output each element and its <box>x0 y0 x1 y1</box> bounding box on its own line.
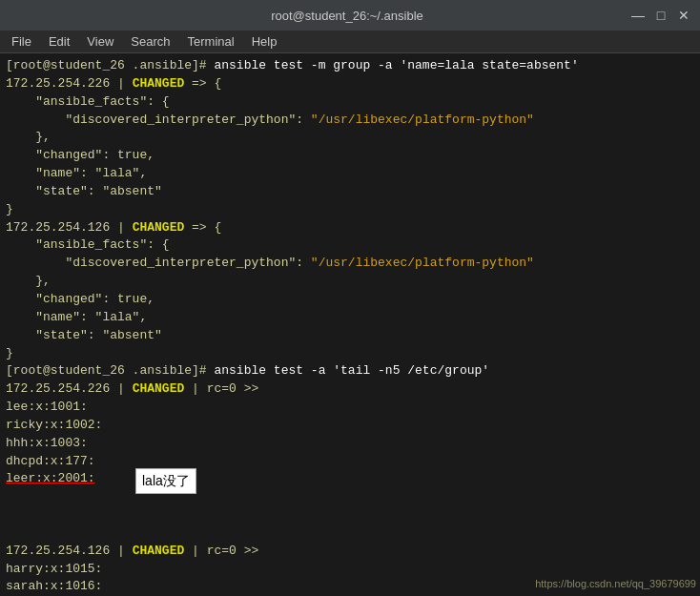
menu-bar: File Edit View Search Terminal Help <box>0 31 700 53</box>
terminal-line: "state": "absent" <box>6 327 694 345</box>
terminal-line: "discovered_interpreter_python": "/usr/l… <box>6 255 694 273</box>
terminal-line: lee:x:1001: <box>6 399 694 417</box>
terminal-line: 172.25.254.126 | CHANGED | rc=0 >> <box>6 543 694 561</box>
terminal-line: }, <box>6 273 694 291</box>
terminal-line: [root@student_26 .ansible]# ansible test… <box>6 57 694 75</box>
window-controls: — □ ✕ <box>629 7 692 24</box>
watermark: https://blog.csdn.net/qq_39679699 <box>535 577 696 592</box>
close-button[interactable]: ✕ <box>675 7 692 24</box>
terminal-line: "state": "absent" <box>6 183 694 201</box>
terminal-line: }, <box>6 129 694 147</box>
menu-file[interactable]: File <box>4 32 39 51</box>
menu-search[interactable]: Search <box>123 32 177 51</box>
terminal-line-underline: leer:x:2001: lala没了 <box>6 470 694 542</box>
terminal-line: dhcpd:x:177: <box>6 453 694 471</box>
terminal-line: [root@student_26 .ansible]# ansible test… <box>6 362 694 380</box>
annotation-lala: lala没了 <box>135 468 196 493</box>
terminal-line: "ansible_facts": { <box>6 236 694 255</box>
terminal-line: } <box>6 345 694 363</box>
minimize-button[interactable]: — <box>629 7 647 24</box>
terminal-body[interactable]: [root@student_26 .ansible]# ansible test… <box>0 53 700 596</box>
terminal-line: hhh:x:1003: <box>6 435 694 453</box>
terminal-line: 172.25.254.226 | CHANGED => { <box>6 75 694 93</box>
terminal-line: } <box>6 201 694 219</box>
terminal-line: "name": "lala", <box>6 309 694 327</box>
terminal-line: "changed": true, <box>6 147 694 165</box>
terminal-line: "ansible_facts": { <box>6 93 694 112</box>
terminal-line: 172.25.254.226 | CHANGED | rc=0 >> <box>6 380 694 399</box>
window-title: root@student_26:~/.ansible <box>65 9 629 23</box>
terminal-line: "changed": true, <box>6 291 694 309</box>
menu-help[interactable]: Help <box>244 32 285 51</box>
menu-terminal[interactable]: Terminal <box>180 32 242 51</box>
maximize-button[interactable]: □ <box>652 7 669 24</box>
terminal-line: ricky:x:1002: <box>6 417 694 435</box>
terminal-line: harry:x:1015: <box>6 561 694 579</box>
terminal-line: 172.25.254.126 | CHANGED => { <box>6 219 694 237</box>
menu-view[interactable]: View <box>79 32 121 51</box>
menu-edit[interactable]: Edit <box>41 32 77 51</box>
terminal-line: "name": "lala", <box>6 165 694 183</box>
terminal-line: "discovered_interpreter_python": "/usr/l… <box>6 112 694 130</box>
title-bar: root@student_26:~/.ansible — □ ✕ <box>0 0 700 31</box>
